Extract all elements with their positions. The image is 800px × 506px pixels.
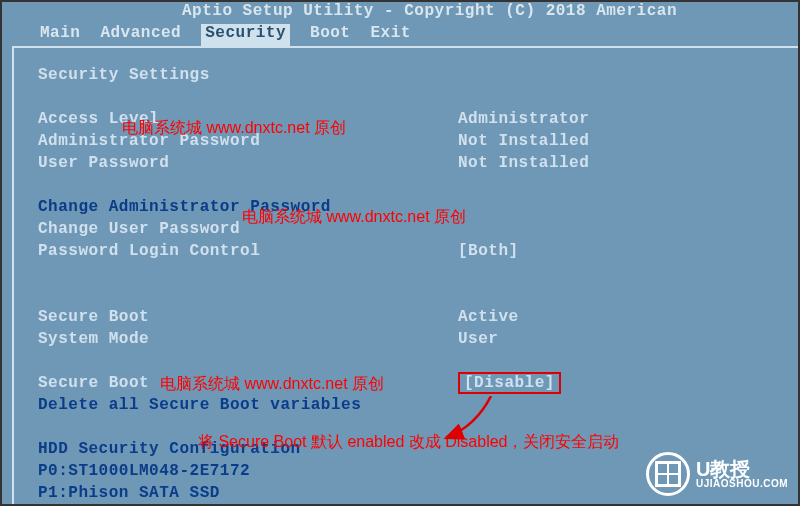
label-password-login-control[interactable]: Password Login Control <box>38 240 458 262</box>
link-delete-sb-vars[interactable]: Delete all Secure Boot variables <box>38 394 458 416</box>
value-password-login-control[interactable]: [Both] <box>458 240 519 262</box>
value-admin-password: Not Installed <box>458 130 589 152</box>
label-system-mode: System Mode <box>38 328 458 350</box>
bios-content-panel: Security Settings Access Level Administr… <box>12 46 798 504</box>
label-secure-boot-setting[interactable]: Secure Boot <box>38 372 458 394</box>
label-user-password: User Password <box>38 152 458 174</box>
value-system-mode: User <box>458 328 498 350</box>
bios-menu-bar: Main Advanced Security Boot Exit <box>2 24 798 46</box>
section-security-settings: Security Settings <box>38 64 458 86</box>
menu-main[interactable]: Main <box>40 24 80 46</box>
link-change-admin-password[interactable]: Change Administrator Password <box>38 196 458 218</box>
label-secure-boot-status: Secure Boot <box>38 306 458 328</box>
highlight-disable-box: [Disable] <box>458 372 561 394</box>
bios-title-bar: Aptio Setup Utility - Copyright (C) 2018… <box>2 2 798 24</box>
hdd-item-0[interactable]: P0:ST1000LM048-2E7172 <box>38 460 458 482</box>
menu-advanced[interactable]: Advanced <box>100 24 181 46</box>
value-user-password: Not Installed <box>458 152 589 174</box>
label-access-level: Access Level <box>38 108 458 130</box>
section-hdd-security: HDD Security Configuration <box>38 438 458 460</box>
link-change-user-password[interactable]: Change User Password <box>38 218 458 240</box>
label-admin-password: Administrator Password <box>38 130 458 152</box>
hdd-item-1[interactable]: P1:Phison SATA SSD <box>38 482 458 504</box>
menu-boot[interactable]: Boot <box>310 24 350 46</box>
value-secure-boot-setting[interactable]: [Disable] <box>458 372 561 394</box>
menu-security[interactable]: Security <box>201 24 290 46</box>
menu-exit[interactable]: Exit <box>370 24 410 46</box>
value-secure-boot-status: Active <box>458 306 519 328</box>
value-access-level: Administrator <box>458 108 589 130</box>
